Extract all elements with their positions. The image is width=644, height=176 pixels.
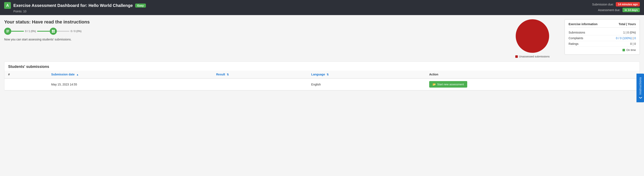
on-time-label: On time	[626, 48, 636, 52]
svg-rect-5	[52, 31, 53, 33]
sort-icon-language: ⇅	[326, 73, 329, 76]
logo-icon: A	[4, 2, 11, 9]
info-value-ratings: 0 | 0	[630, 42, 636, 45]
cell-language: English	[307, 78, 426, 90]
info-row-complaints: Complaints 0 / 0 (100%) | 0	[568, 35, 636, 41]
difficulty-badge: Easy	[135, 4, 146, 8]
progress-label-2: 0 / 0 (0%)	[71, 30, 82, 33]
on-time-row: On time	[568, 48, 636, 52]
status-title: Your status: Have read the instructions	[4, 19, 500, 25]
header-left: A Exercise Assessment Dashboard for: Hel…	[4, 2, 146, 13]
instructions-tab[interactable]: ❮ Instructions	[636, 74, 644, 95]
progress-row: 0 / 1 (0%) 0 / 0 (0%)	[4, 28, 500, 35]
legend-dot-unassessed	[515, 55, 518, 58]
info-col2: Total | Yours	[619, 22, 636, 26]
table-row: May 15, 2023 14:55 English 📂 Start new a…	[4, 78, 640, 90]
side-tab-label: Instructions	[638, 77, 642, 95]
sort-icon-date: ▲	[76, 73, 79, 76]
info-row-ratings: Ratings 0 | 0	[568, 41, 636, 47]
submission-due-value: 14 minutes ago	[616, 2, 640, 7]
legend-label-unassessed: Unassessed submissions	[519, 55, 550, 58]
cell-submission-date: May 15, 2023 14:55	[48, 78, 212, 90]
main-content: Your status: Have read the instructions …	[0, 15, 644, 95]
svg-rect-6	[54, 31, 55, 33]
complaints-link[interactable]: 0 / 0 (100%)	[616, 36, 632, 40]
table-title: Students' submissions	[4, 62, 640, 71]
info-col1: Exercise information	[568, 22, 598, 26]
points-label: Points: 10	[13, 10, 146, 13]
table-body: May 15, 2023 14:55 English 📂 Start new a…	[4, 78, 640, 90]
submission-due-row: Submission due: 14 minutes ago	[592, 2, 640, 7]
progress-icon-1	[4, 28, 11, 35]
progress-line-3	[57, 31, 69, 32]
progress-label-1: 0 / 1 (0%)	[25, 30, 36, 33]
col-submission-date[interactable]: Submission date ▲	[48, 71, 212, 78]
col-action: Action	[426, 71, 640, 78]
info-value-submissions: 1 | 0 (0%)	[623, 31, 636, 34]
status-left: Your status: Have read the instructions …	[4, 19, 500, 41]
col-language[interactable]: Language ⇅	[307, 71, 426, 78]
progress-icon-2	[50, 28, 57, 35]
assessment-due-row: Assessment due: in 14 days	[592, 8, 640, 12]
complaints-link2[interactable]: 0	[634, 36, 636, 40]
header-right: Submission due: 14 minutes ago Assessmen…	[592, 2, 640, 12]
chart-legend: Unassessed submissions	[515, 55, 550, 58]
assessment-due-value: in 14 days	[622, 8, 640, 12]
col-result[interactable]: Result ⇅	[212, 71, 307, 78]
sort-icon-result: ⇅	[227, 73, 229, 76]
info-label-submissions: Submissions	[568, 31, 585, 34]
assessment-due-label: Assessment due:	[598, 8, 620, 12]
start-assessment-label: Start new assessment	[437, 83, 464, 86]
svg-rect-2	[6, 32, 8, 32]
submissions-table: # Submission date ▲ Result ⇅ Language	[4, 71, 640, 90]
submissions-table-section: Students' submissions # Submission date …	[4, 61, 640, 91]
unassessed-circle	[516, 19, 549, 53]
cell-action: 📂 Start new assessment	[426, 78, 640, 90]
submission-due-label: Submission due:	[592, 3, 614, 6]
header-title-row: A Exercise Assessment Dashboard for: Hel…	[4, 2, 146, 9]
svg-rect-1	[6, 31, 9, 31]
progress-line-1	[11, 31, 24, 32]
info-row-submissions: Submissions 1 | 0 (0%)	[568, 30, 636, 35]
progress-line-2	[37, 31, 50, 32]
info-box: Exercise information Total | Yours Submi…	[564, 19, 640, 55]
svg-rect-4	[54, 30, 55, 31]
folder-icon: 📂	[432, 83, 436, 86]
start-assessment-button[interactable]: 📂 Start new assessment	[429, 81, 467, 87]
status-section: Your status: Have read the instructions …	[4, 19, 640, 58]
info-value-complaints: 0 / 0 (100%) | 0	[616, 36, 636, 40]
table-header-row: # Submission date ▲ Result ⇅ Language	[4, 71, 640, 78]
svg-rect-3	[52, 30, 53, 31]
info-box-header: Exercise information Total | Yours	[568, 22, 636, 28]
cell-result	[212, 78, 307, 90]
page-title: Exercise Assessment Dashboard for: Hello…	[13, 3, 133, 8]
svg-rect-0	[6, 30, 9, 30]
info-label-ratings: Ratings	[568, 42, 578, 45]
info-label-complaints: Complaints	[568, 36, 583, 40]
table-header: # Submission date ▲ Result ⇅ Language	[4, 71, 640, 78]
header: A Exercise Assessment Dashboard for: Hel…	[0, 0, 644, 15]
col-num: #	[4, 71, 48, 78]
chart-circle	[516, 19, 549, 53]
status-hint: Now you can start assessing students' su…	[4, 38, 500, 41]
on-time-dot	[622, 49, 625, 51]
cell-num	[4, 78, 48, 90]
chart-area: Unassessed submissions	[505, 19, 560, 58]
